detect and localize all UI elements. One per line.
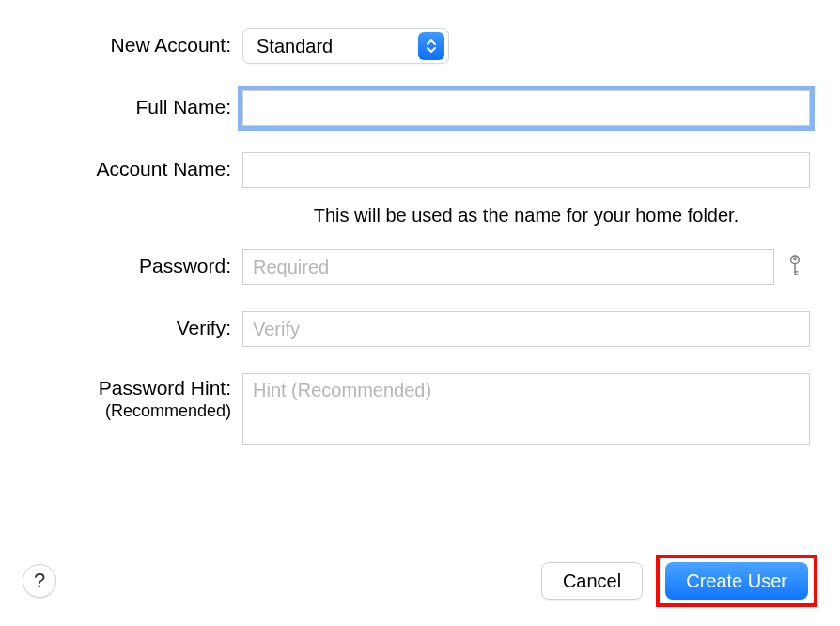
verify-input[interactable] bbox=[242, 311, 810, 347]
account-name-helper: This will be used as the name for your h… bbox=[242, 205, 810, 227]
password-hint-label: Password Hint: bbox=[99, 377, 231, 399]
account-name-input[interactable] bbox=[242, 152, 810, 188]
password-input[interactable] bbox=[242, 249, 774, 285]
create-user-highlight: Create User bbox=[656, 555, 817, 607]
chevron-up-down-icon bbox=[418, 32, 444, 60]
new-account-label: New Account: bbox=[0, 28, 242, 56]
svg-point-1 bbox=[794, 258, 797, 260]
password-hint-sublabel: (Recommended) bbox=[0, 401, 231, 421]
full-name-label: Full Name: bbox=[0, 90, 242, 118]
full-name-input[interactable] bbox=[242, 90, 810, 126]
create-user-button[interactable]: Create User bbox=[665, 562, 808, 600]
verify-label: Verify: bbox=[0, 311, 242, 339]
password-label: Password: bbox=[0, 249, 242, 277]
new-account-dropdown[interactable]: Standard bbox=[242, 28, 449, 64]
account-name-label: Account Name: bbox=[0, 152, 242, 180]
cancel-button[interactable]: Cancel bbox=[541, 562, 643, 600]
password-hint-input[interactable] bbox=[242, 373, 810, 445]
new-account-selected: Standard bbox=[257, 36, 333, 57]
key-icon[interactable] bbox=[786, 253, 810, 281]
help-button[interactable]: ? bbox=[23, 564, 56, 598]
